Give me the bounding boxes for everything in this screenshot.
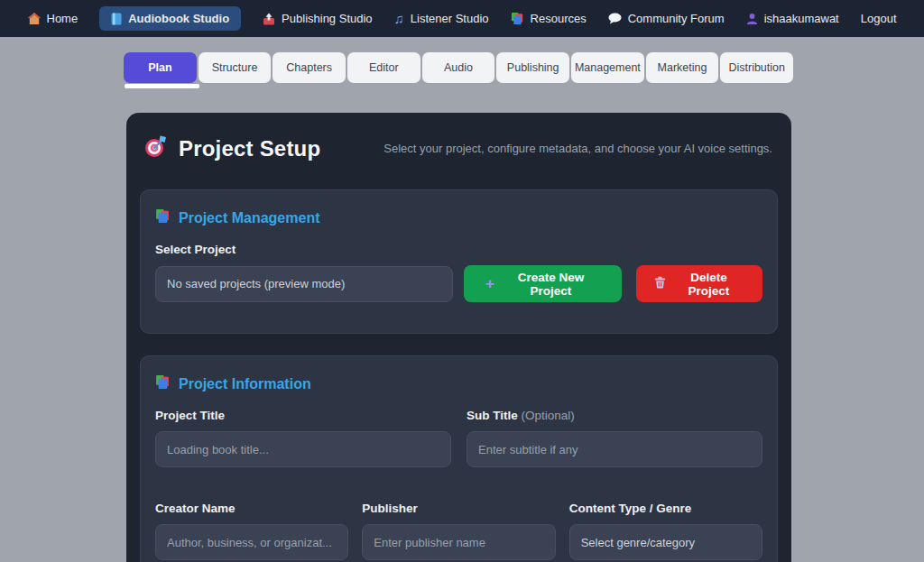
books-stack-icon bbox=[511, 12, 524, 25]
select-project-label: Select Project bbox=[155, 243, 762, 256]
creator-name-input[interactable] bbox=[155, 524, 348, 560]
nav-item-community-forum[interactable]: Community Forum bbox=[608, 12, 725, 25]
creator-row: Creator Name Publisher Content Type / Ge… bbox=[155, 502, 762, 560]
tab-publishing[interactable]: Publishing bbox=[496, 52, 569, 83]
project-title-input[interactable] bbox=[155, 431, 451, 467]
trash-icon bbox=[654, 276, 666, 291]
tab-editor[interactable]: Editor bbox=[347, 52, 420, 83]
tab-marketing[interactable]: Marketing bbox=[646, 52, 719, 83]
nav-item-resources[interactable]: Resources bbox=[511, 12, 587, 25]
tab-management[interactable]: Management bbox=[571, 52, 644, 83]
optional-hint: (Optional) bbox=[522, 409, 575, 422]
user-icon bbox=[746, 13, 758, 25]
nav-item-user[interactable]: ishaakumawat bbox=[746, 12, 839, 25]
content-type-field: Content Type / Genre Select genre/catego… bbox=[569, 502, 762, 560]
tab-chapters[interactable]: Chapters bbox=[273, 52, 346, 83]
project-title-field: Project Title bbox=[155, 409, 451, 467]
create-new-project-button[interactable]: + Create New Project bbox=[464, 265, 622, 302]
nav-item-label: Resources bbox=[531, 12, 587, 25]
project-information-card: Project Information Project Title Sub Ti… bbox=[140, 355, 778, 562]
genre-select[interactable]: Select genre/category bbox=[569, 524, 762, 560]
content-type-label: Content Type / Genre bbox=[569, 502, 762, 515]
publisher-input[interactable] bbox=[362, 524, 555, 560]
project-management-row: No saved projects (preview mode) + Creat… bbox=[155, 265, 762, 302]
project-management-heading: Project Management bbox=[155, 208, 762, 227]
panel-header: Project Setup Select your project, confi… bbox=[143, 134, 772, 162]
nav-item-publishing-studio[interactable]: Publishing Studio bbox=[263, 12, 372, 25]
sub-title-field: Sub Title (Optional) bbox=[467, 409, 762, 467]
nav-item-home[interactable]: Home bbox=[28, 12, 79, 25]
publish-icon bbox=[263, 13, 275, 25]
nav-item-label: Listener Studio bbox=[411, 12, 489, 25]
sub-title-input[interactable] bbox=[467, 431, 762, 467]
title-row: Project Title Sub Title (Optional) bbox=[155, 409, 762, 467]
nav-item-label: Community Forum bbox=[628, 12, 725, 25]
delete-project-button[interactable]: Delete Project bbox=[636, 265, 762, 302]
nav-item-label: ishaakumawat bbox=[764, 12, 839, 25]
nav-item-logout[interactable]: Logout bbox=[861, 12, 897, 25]
nav-item-label: Publishing Studio bbox=[282, 12, 372, 25]
page-title: Project Setup bbox=[179, 136, 320, 161]
publisher-label: Publisher bbox=[362, 502, 555, 515]
project-information-heading: Project Information bbox=[155, 374, 762, 393]
books-stack-icon bbox=[155, 374, 171, 393]
plus-icon: + bbox=[485, 276, 494, 291]
book-icon bbox=[111, 13, 122, 25]
nav-item-audiobook-studio[interactable]: Audiobook Studio bbox=[99, 6, 241, 31]
tab-distribution[interactable]: Distribution bbox=[720, 52, 793, 83]
nav-item-label: Home bbox=[47, 12, 79, 25]
nav-item-label: Audiobook Studio bbox=[128, 12, 229, 25]
speech-bubble-icon bbox=[608, 13, 622, 24]
page-subtitle: Select your project, configure metadata,… bbox=[383, 142, 772, 155]
project-select[interactable]: No saved projects (preview mode) bbox=[155, 266, 453, 302]
project-title-label: Project Title bbox=[155, 409, 451, 422]
project-setup-panel: Project Setup Select your project, confi… bbox=[126, 113, 791, 562]
books-stack-icon bbox=[155, 208, 171, 227]
nav-item-label: Logout bbox=[861, 12, 897, 25]
target-dart-icon bbox=[143, 134, 168, 162]
tab-audio[interactable]: Audio bbox=[422, 52, 495, 83]
nav-item-listener-studio[interactable]: ♫ Listener Studio bbox=[394, 12, 489, 25]
tab-structure[interactable]: Structure bbox=[199, 52, 272, 83]
creator-name-field: Creator Name bbox=[155, 502, 348, 560]
publisher-field: Publisher bbox=[362, 502, 555, 560]
project-management-card: Project Management Select Project No sav… bbox=[140, 189, 778, 334]
studio-tab-bar: Plan Structure Chapters Editor Audio Pub… bbox=[124, 52, 793, 83]
home-icon bbox=[28, 13, 41, 24]
creator-name-label: Creator Name bbox=[155, 502, 348, 515]
top-navbar: Home Audiobook Studio Publishing Studio … bbox=[0, 0, 924, 37]
sub-title-label: Sub Title (Optional) bbox=[467, 409, 762, 422]
tab-plan[interactable]: Plan bbox=[124, 52, 197, 83]
music-note-icon: ♫ bbox=[394, 12, 404, 25]
